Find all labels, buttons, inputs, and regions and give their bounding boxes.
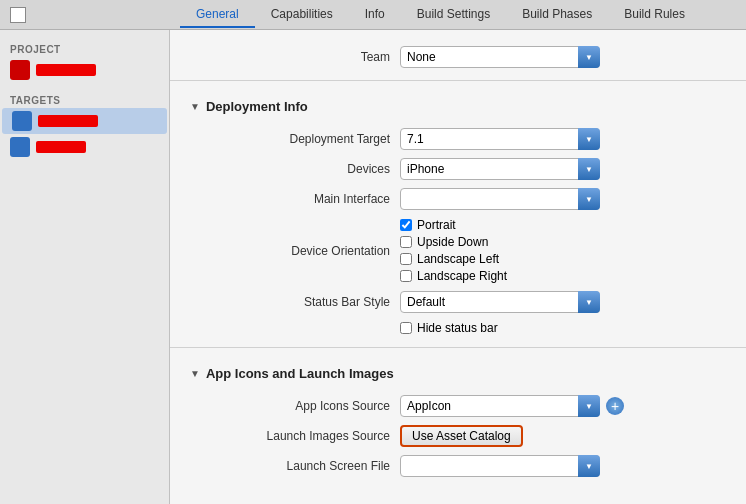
status-bar-style-select[interactable]: Default bbox=[400, 291, 600, 313]
divider-2 bbox=[170, 347, 746, 348]
main-interface-control bbox=[400, 188, 726, 210]
launch-screen-file-label: Launch Screen File bbox=[190, 459, 390, 473]
launch-screen-file-row: Launch Screen File bbox=[170, 455, 746, 477]
app-icons-title: App Icons and Launch Images bbox=[206, 366, 394, 381]
devices-select[interactable]: iPhone bbox=[400, 158, 600, 180]
deployment-triangle[interactable]: ▼ bbox=[190, 101, 200, 112]
device-orientation-label: Device Orientation bbox=[190, 244, 390, 258]
app-icons-source-select[interactable]: AppIcon bbox=[400, 395, 600, 417]
portrait-label: Portrait bbox=[417, 218, 456, 232]
deployment-target-row: Deployment Target 7.1 bbox=[170, 128, 746, 150]
tab-build-settings[interactable]: Build Settings bbox=[401, 2, 506, 28]
deployment-info-title: Deployment Info bbox=[206, 99, 308, 114]
deployment-target-select-wrapper: 7.1 bbox=[400, 128, 600, 150]
sidebar-project-item[interactable] bbox=[0, 57, 169, 83]
targets-label: TARGETS bbox=[0, 91, 169, 108]
deployment-target-control: 7.1 bbox=[400, 128, 726, 150]
sidebar: PROJECT TARGETS bbox=[0, 30, 170, 504]
content-area: Team None ▼ Deployment Info Deployment T… bbox=[170, 30, 746, 504]
main-interface-row: Main Interface bbox=[170, 188, 746, 210]
use-asset-catalog-button[interactable]: Use Asset Catalog bbox=[400, 425, 523, 447]
device-orientation-control: Portrait Upside Down Landscape Left Land… bbox=[400, 218, 726, 283]
tab-bar-left bbox=[10, 7, 180, 23]
hide-status-bar-row: Hide status bar bbox=[170, 321, 746, 335]
devices-select-wrapper: iPhone bbox=[400, 158, 600, 180]
landscape-right-row[interactable]: Landscape Right bbox=[400, 269, 507, 283]
tab-build-rules[interactable]: Build Rules bbox=[608, 2, 701, 28]
target-name-1 bbox=[38, 115, 98, 127]
deployment-target-select[interactable]: 7.1 bbox=[400, 128, 600, 150]
sidebar-target-item-1[interactable] bbox=[2, 108, 167, 134]
project-label: PROJECT bbox=[0, 40, 169, 57]
landscape-left-checkbox[interactable] bbox=[400, 253, 412, 265]
app-icons-plus-button[interactable]: + bbox=[606, 397, 624, 415]
project-icon bbox=[10, 60, 30, 80]
app-icons-source-select-wrapper: AppIcon bbox=[400, 395, 600, 417]
project-name bbox=[36, 64, 96, 76]
upside-down-checkbox[interactable] bbox=[400, 236, 412, 248]
landscape-left-label: Landscape Left bbox=[417, 252, 499, 266]
tab-capabilities[interactable]: Capabilities bbox=[255, 2, 349, 28]
main-layout: PROJECT TARGETS Team None bbox=[0, 30, 746, 504]
landscape-right-checkbox[interactable] bbox=[400, 270, 412, 282]
upside-down-row[interactable]: Upside Down bbox=[400, 235, 507, 249]
sidebar-target-item-2[interactable] bbox=[0, 134, 169, 160]
status-bar-style-label: Status Bar Style bbox=[190, 295, 390, 309]
team-select-wrapper: None bbox=[400, 46, 600, 68]
main-interface-select[interactable] bbox=[400, 188, 600, 210]
devices-label: Devices bbox=[190, 162, 390, 176]
main-interface-label: Main Interface bbox=[190, 192, 390, 206]
devices-control: iPhone bbox=[400, 158, 726, 180]
target-icon-2 bbox=[10, 137, 30, 157]
portrait-checkbox[interactable] bbox=[400, 219, 412, 231]
target-icon-1 bbox=[12, 111, 32, 131]
app-icons-source-row: App Icons Source AppIcon + bbox=[170, 395, 746, 417]
launch-screen-file-control bbox=[400, 455, 726, 477]
launch-screen-file-select[interactable] bbox=[400, 455, 600, 477]
app-icons-header: ▼ App Icons and Launch Images bbox=[170, 360, 746, 387]
app-icons-triangle[interactable]: ▼ bbox=[190, 368, 200, 379]
app-icons-source-label: App Icons Source bbox=[190, 399, 390, 413]
tab-info[interactable]: Info bbox=[349, 2, 401, 28]
hide-status-bar-label-row[interactable]: Hide status bar bbox=[400, 321, 498, 335]
target-name-2 bbox=[36, 141, 86, 153]
team-label: Team bbox=[190, 50, 390, 64]
landscape-right-label: Landscape Right bbox=[417, 269, 507, 283]
orientation-checkbox-group: Portrait Upside Down Landscape Left Land… bbox=[400, 218, 507, 283]
tabs-container: General Capabilities Info Build Settings… bbox=[180, 2, 746, 28]
status-bar-style-select-wrapper: Default bbox=[400, 291, 600, 313]
status-bar-style-row: Status Bar Style Default bbox=[170, 291, 746, 313]
hide-status-bar-control: Hide status bar bbox=[400, 321, 726, 335]
status-bar-style-control: Default bbox=[400, 291, 726, 313]
portrait-row[interactable]: Portrait bbox=[400, 218, 507, 232]
tab-build-phases[interactable]: Build Phases bbox=[506, 2, 608, 28]
main-interface-select-wrapper bbox=[400, 188, 600, 210]
hide-status-bar-checkbox[interactable] bbox=[400, 322, 412, 334]
team-row: Team None bbox=[170, 46, 746, 68]
upside-down-label: Upside Down bbox=[417, 235, 488, 249]
app-icons-source-control: AppIcon + bbox=[400, 395, 726, 417]
tab-bar: General Capabilities Info Build Settings… bbox=[0, 0, 746, 30]
launch-images-source-row: Launch Images Source Use Asset Catalog bbox=[170, 425, 746, 447]
deployment-target-label: Deployment Target bbox=[190, 132, 390, 146]
devices-row: Devices iPhone bbox=[170, 158, 746, 180]
device-orientation-row: Device Orientation Portrait Upside Down … bbox=[170, 218, 746, 283]
window-icon bbox=[10, 7, 26, 23]
team-control: None bbox=[400, 46, 726, 68]
team-select[interactable]: None bbox=[400, 46, 600, 68]
hide-status-bar-label: Hide status bar bbox=[417, 321, 498, 335]
landscape-left-row[interactable]: Landscape Left bbox=[400, 252, 507, 266]
deployment-info-header: ▼ Deployment Info bbox=[170, 93, 746, 120]
divider-1 bbox=[170, 80, 746, 81]
launch-images-source-control: Use Asset Catalog bbox=[400, 425, 726, 447]
launch-screen-file-select-wrapper bbox=[400, 455, 600, 477]
tab-general[interactable]: General bbox=[180, 2, 255, 28]
launch-images-source-label: Launch Images Source bbox=[190, 429, 390, 443]
